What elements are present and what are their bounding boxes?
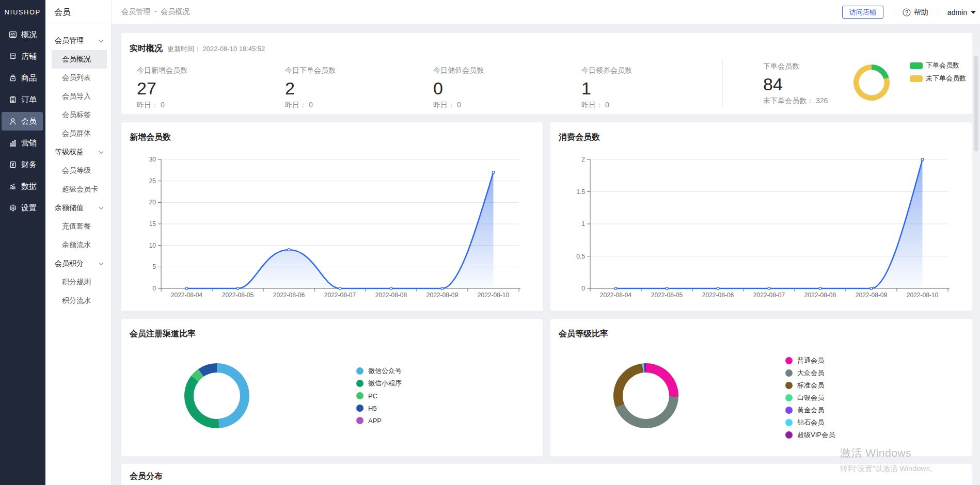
stat-yesterday: 昨日： 0 — [137, 101, 278, 110]
sidebar-item-label: 概况 — [21, 30, 37, 40]
user-menu[interactable]: admin — [947, 8, 976, 17]
submenu-item[interactable]: 积分流水 — [45, 292, 111, 310]
sidebar-item-member[interactable]: 会员 — [2, 112, 43, 131]
legend-label: 普通会员 — [797, 356, 824, 365]
submenu-item[interactable]: 会员列表 — [45, 69, 111, 87]
legend-label: H5 — [368, 405, 377, 412]
legend-label: 微信公众号 — [368, 366, 402, 376]
chevron-down-icon — [99, 151, 104, 154]
legend-item[interactable]: PC — [367, 390, 402, 402]
submenu-item[interactable]: 充值套餐 — [45, 217, 111, 236]
stat-yesterday: 昨日： 0 — [581, 101, 722, 110]
submenu-item[interactable]: 会员积分 — [45, 254, 111, 273]
stat-value: 1 — [581, 79, 722, 98]
chevron-down-icon — [971, 11, 976, 14]
submenu-item[interactable]: 会员等级 — [45, 161, 111, 180]
legend-item[interactable]: 大众会员 — [796, 367, 835, 379]
order-members-label: 下单会员数 — [763, 62, 828, 71]
realtime-update-time: 更新时间： 2022-08-10 18:45:52 — [167, 44, 265, 54]
stat-value: 0 — [433, 79, 574, 98]
submenu-title: 会员 — [45, 0, 111, 24]
legend-label: 超级VIP会员 — [797, 430, 835, 440]
data-icon — [9, 182, 17, 190]
legend-item[interactable]: H5 — [367, 402, 402, 414]
svg-text:0.5: 0.5 — [576, 253, 585, 260]
legend-label: 钻石会员 — [797, 418, 824, 427]
overview-icon — [9, 30, 17, 39]
submenu-item-label: 积分规则 — [62, 278, 91, 287]
legend-item[interactable]: 钻石会员 — [796, 416, 835, 429]
sidebar-item-shop[interactable]: 店铺 — [2, 47, 43, 66]
submenu-item[interactable]: 会员标签 — [45, 106, 111, 124]
submenu-item[interactable]: 会员管理 — [45, 31, 111, 50]
sidebar-item-data[interactable]: 数据 — [2, 177, 43, 196]
svg-text:2022-08-09: 2022-08-09 — [856, 292, 888, 299]
stat-label: 今日领券会员数 — [581, 66, 722, 75]
submenu-item-label: 余额储值 — [55, 203, 84, 213]
submenu-item[interactable]: 超级会员卡 — [45, 180, 111, 199]
submenu-item-label: 会员等级 — [62, 166, 91, 175]
legend-swatch — [910, 62, 923, 69]
legend-item[interactable]: 普通会员 — [796, 354, 835, 367]
submenu-item[interactable]: 会员群体 — [45, 124, 111, 143]
submenu-item[interactable]: 会员概况 — [52, 50, 107, 69]
legend-label: 白银会员 — [797, 393, 824, 402]
legend-item[interactable]: 微信公众号 — [367, 365, 402, 377]
sidebar-item-label: 商品 — [21, 73, 37, 83]
submenu-item[interactable]: 积分规则 — [45, 273, 111, 292]
legend-dot — [785, 394, 793, 401]
help-button[interactable]: 帮助 — [903, 8, 928, 17]
legend-item[interactable]: 微信小程序 — [367, 377, 402, 390]
sidebar-item-goods[interactable]: 商品 — [2, 69, 43, 87]
marketing-icon — [9, 139, 17, 147]
legend-label: 下单会员数 — [926, 61, 959, 70]
svg-text:2022-08-06: 2022-08-06 — [702, 292, 734, 299]
realtime-stat: 今日领券会员数1昨日： 0 — [574, 62, 722, 108]
sidebar-item-label: 订单 — [21, 95, 37, 105]
member-distribution-title: 会员分布 — [130, 471, 163, 482]
sidebar-item-finance[interactable]: 财务 — [2, 155, 43, 174]
legend-item[interactable]: 白银会员 — [796, 392, 835, 404]
legend-label: 大众会员 — [797, 368, 824, 378]
legend-item[interactable]: 标准会员 — [796, 379, 835, 392]
legend-item[interactable]: 超级VIP会员 — [796, 429, 835, 441]
scrollbar[interactable] — [972, 48, 980, 485]
legend-item[interactable]: 下单会员数 — [910, 62, 966, 69]
submenu-item-label: 会员积分 — [55, 259, 84, 268]
member-submenu: 会员 会员管理会员概况会员列表会员导入会员标签会员群体等级权益会员等级超级会员卡… — [45, 0, 112, 485]
member-icon — [9, 117, 17, 125]
submenu-item-label: 会员群体 — [62, 129, 91, 138]
legend-label: APP — [368, 417, 382, 425]
member-distribution-card: 会员分布 — [121, 464, 972, 485]
legend-item[interactable]: 未下单会员数 — [910, 75, 966, 82]
svg-text:2022-08-07: 2022-08-07 — [324, 292, 356, 299]
legend-dot — [356, 380, 363, 387]
legend-dot — [785, 369, 793, 377]
sidebar-item-marketing[interactable]: 营销 — [2, 134, 43, 152]
stat-value: 2 — [285, 79, 426, 98]
sidebar-item-label: 数据 — [21, 182, 37, 191]
sidebar-item-settings[interactable]: 设置 — [2, 199, 43, 217]
user-name: admin — [947, 8, 967, 17]
submenu-item[interactable]: 余额储值 — [45, 199, 111, 217]
sidebar-item-overview[interactable]: 概况 — [2, 25, 43, 44]
help-label: 帮助 — [914, 8, 928, 17]
realtime-stat: 今日储值会员数0昨日： 0 — [426, 62, 574, 108]
scrollbar-thumb[interactable] — [974, 56, 978, 152]
svg-text:2022-08-04: 2022-08-04 — [600, 292, 632, 299]
visit-shop-button[interactable]: 访问店铺 — [842, 6, 883, 19]
chevron-down-icon — [99, 206, 104, 210]
legend-item[interactable]: APP — [367, 414, 402, 427]
realtime-stat: 今日新增会员数27昨日： 0 — [130, 62, 278, 108]
submenu-item[interactable]: 等级权益 — [45, 143, 111, 161]
sidebar-item-label: 店铺 — [21, 52, 37, 61]
legend-label: 黄金会员 — [797, 406, 824, 415]
legend-item[interactable]: 黄金会员 — [796, 404, 835, 416]
svg-text:2022-08-08: 2022-08-08 — [804, 292, 836, 299]
realtime-title: 实时概况 — [130, 43, 163, 54]
svg-text:1.5: 1.5 — [576, 188, 585, 196]
chevron-down-icon — [99, 39, 104, 43]
submenu-item[interactable]: 余额流水 — [45, 236, 111, 254]
submenu-item[interactable]: 会员导入 — [45, 87, 111, 106]
sidebar-item-order[interactable]: 订单 — [2, 90, 43, 109]
